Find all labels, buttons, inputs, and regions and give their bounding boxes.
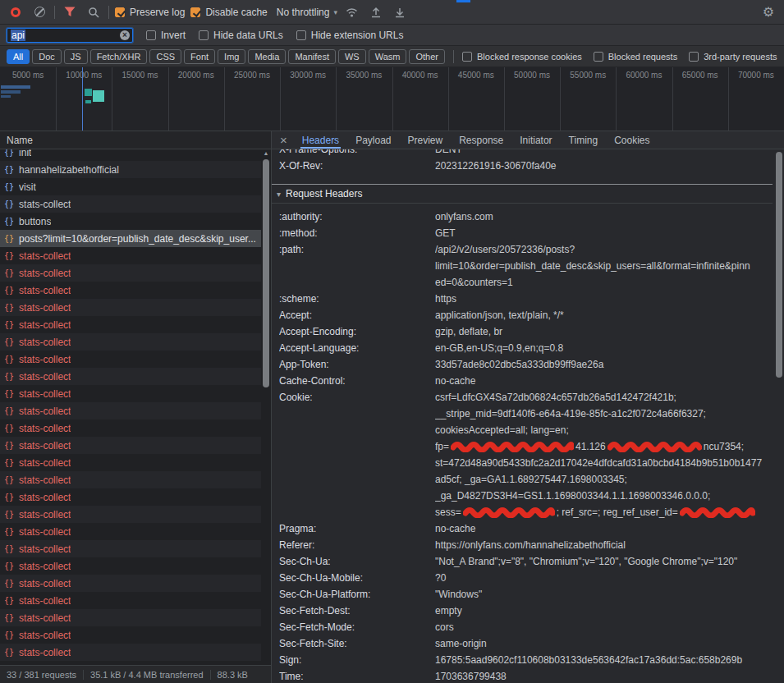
- timeline-overview[interactable]: 5000 ms10000 ms15000 ms20000 ms25000 ms3…: [0, 67, 784, 131]
- close-details-button[interactable]: ×: [273, 133, 294, 147]
- type-filter-chip-other[interactable]: Other: [409, 49, 445, 64]
- type-filter-chip-wasm[interactable]: Wasm: [369, 49, 407, 64]
- type-filter-chip-font[interactable]: Font: [184, 49, 215, 64]
- header-value-text: 202312261916-30670fa40e: [435, 160, 556, 172]
- scrollbar-thumb[interactable]: [263, 159, 269, 387]
- summary-bar: 33 / 381 requests35.1 kB / 4.4 MB transf…: [0, 665, 271, 683]
- filter-checkbox-3rd-party-requests[interactable]: 3rd-party requests: [689, 52, 777, 62]
- header-value-line: GET: [435, 225, 773, 241]
- request-row[interactable]: {}stats-collect: [0, 540, 261, 557]
- tab-cookies[interactable]: Cookies: [606, 131, 658, 149]
- request-name: stats-collect: [19, 250, 71, 262]
- request-row[interactable]: {}stats-collect: [0, 351, 261, 368]
- details-scrollbar[interactable]: [774, 149, 784, 683]
- disable-cache-checkbox[interactable]: Disable cache: [190, 7, 267, 18]
- type-filter-chip-js[interactable]: JS: [64, 49, 88, 64]
- tab-initiator[interactable]: Initiator: [511, 131, 560, 149]
- record-button[interactable]: [7, 4, 25, 21]
- request-row[interactable]: {}init: [0, 149, 261, 161]
- request-row[interactable]: {}stats-collect: [0, 609, 261, 626]
- request-headers-section-header[interactable]: ▾Request Headers: [272, 184, 773, 204]
- request-row[interactable]: {}stats-collect: [0, 575, 261, 592]
- invert-checkbox[interactable]: Invert: [146, 30, 186, 41]
- request-row[interactable]: {}stats-collect: [0, 402, 261, 419]
- hide-data-urls-checkbox[interactable]: Hide data URLs: [199, 30, 283, 41]
- request-row[interactable]: {}stats-collect: [0, 488, 261, 506]
- settings-button[interactable]: ⚙: [759, 4, 777, 21]
- request-row[interactable]: {}stats-collect: [0, 419, 261, 437]
- request-type-icon: {}: [4, 251, 14, 260]
- request-name: stats-collect: [19, 509, 71, 520]
- request-row[interactable]: {}stats-collect: [0, 644, 261, 661]
- request-row[interactable]: {}stats-collect: [0, 471, 261, 488]
- request-row[interactable]: {}stats-collect: [0, 437, 261, 454]
- name-column-header[interactable]: Name: [0, 131, 271, 149]
- header-row: Sec-Ch-Ua:"Not_A Brand";v="8", "Chromium…: [272, 553, 773, 570]
- request-row[interactable]: {}stats-collect: [0, 368, 261, 385]
- request-row[interactable]: {}stats-collect: [0, 523, 261, 540]
- export-har-button[interactable]: [391, 4, 409, 21]
- type-filter-chip-all[interactable]: All: [7, 49, 30, 64]
- summary-divider: [83, 670, 84, 680]
- scrollbar-thumb[interactable]: [776, 152, 782, 378]
- checkbox-checked-icon: [190, 7, 200, 17]
- header-value: 1703636799438: [435, 668, 773, 683]
- request-row[interactable]: {}stats-collect: [0, 333, 261, 351]
- summary-item: 88.3 kB: [218, 670, 248, 680]
- request-row[interactable]: {}stats-collect: [0, 299, 261, 316]
- request-row[interactable]: {}stats-collect: [0, 557, 261, 575]
- header-value-line: ed=0&counters=1: [435, 274, 773, 291]
- request-row[interactable]: {}stats-collect: [0, 506, 261, 523]
- request-row[interactable]: {}stats-collect: [0, 454, 261, 471]
- header-value-line: _ga_D4827DS3H4=GS1.1.1698003344.1.1.1698…: [435, 488, 773, 504]
- request-row[interactable]: {}stats-collect: [0, 626, 261, 644]
- request-row[interactable]: {}hannahelizabethofficial: [0, 161, 261, 178]
- type-filter-chip-manifest[interactable]: Manifest: [288, 49, 336, 64]
- import-har-button[interactable]: [367, 4, 385, 21]
- request-row[interactable]: {}stats-collect: [0, 247, 261, 264]
- request-row[interactable]: {}buttons: [0, 213, 261, 230]
- timeline-activity-bar: [1, 90, 21, 94]
- request-list-scrollbar[interactable]: ▲: [261, 149, 271, 665]
- request-row[interactable]: {}stats-collect: [0, 264, 261, 282]
- throttling-select[interactable]: No throttling ▾: [277, 7, 337, 18]
- header-value: "Not_A Brand";v="8", "Chromium";v="120",…: [435, 553, 773, 570]
- timeline-tick-label: 50000 ms: [504, 71, 560, 80]
- tab-response[interactable]: Response: [451, 131, 511, 149]
- type-filter-chip-img[interactable]: Img: [218, 49, 245, 64]
- tab-headers[interactable]: Headers: [294, 131, 347, 149]
- request-name: stats-collect: [19, 526, 71, 538]
- request-row[interactable]: {}stats-collect: [0, 592, 261, 609]
- preserve-log-checkbox[interactable]: Preserve log: [115, 7, 185, 18]
- filter-checkbox-blocked-response-cookies[interactable]: Blocked response cookies: [462, 52, 582, 62]
- filter-toggle-button[interactable]: [61, 4, 79, 21]
- request-row[interactable]: {}stats-collect: [0, 385, 261, 402]
- clear-filter-icon[interactable]: ×: [120, 30, 130, 40]
- header-value-text: 41.126: [575, 441, 606, 452]
- filter-checkbox-blocked-requests[interactable]: Blocked requests: [594, 52, 677, 62]
- request-row[interactable]: {}stats-collect: [0, 282, 261, 299]
- type-filter-chip-fetch-xhr[interactable]: Fetch/XHR: [90, 49, 148, 64]
- network-conditions-button[interactable]: [343, 4, 361, 21]
- request-row[interactable]: {}posts?limit=10&order=publish_date_desc…: [0, 230, 261, 247]
- search-button[interactable]: [85, 4, 103, 21]
- toolbar-divider: [54, 6, 55, 19]
- type-filter-chip-media[interactable]: Media: [248, 49, 286, 64]
- request-row[interactable]: {}stats-collect: [0, 195, 261, 213]
- type-filter-chip-doc[interactable]: Doc: [32, 49, 62, 64]
- header-value-line: cookiesAccepted=all; lang=en;: [435, 422, 773, 438]
- request-name: stats-collect: [19, 337, 71, 348]
- tab-payload[interactable]: Payload: [347, 131, 399, 149]
- clear-button[interactable]: [30, 4, 48, 21]
- hide-extension-urls-checkbox[interactable]: Hide extension URLs: [296, 30, 404, 41]
- tab-timing[interactable]: Timing: [561, 131, 607, 149]
- request-row[interactable]: {}visit: [0, 178, 261, 195]
- filter-input[interactable]: api ×: [7, 28, 133, 43]
- type-filter-chip-css[interactable]: CSS: [149, 49, 181, 64]
- request-row[interactable]: {}stats-collect: [0, 316, 261, 333]
- request-type-icon: {}: [4, 337, 14, 346]
- type-filter-chip-ws[interactable]: WS: [338, 49, 366, 64]
- request-name: stats-collect: [19, 440, 71, 452]
- header-name: Cookie:: [279, 389, 435, 406]
- tab-preview[interactable]: Preview: [400, 131, 452, 149]
